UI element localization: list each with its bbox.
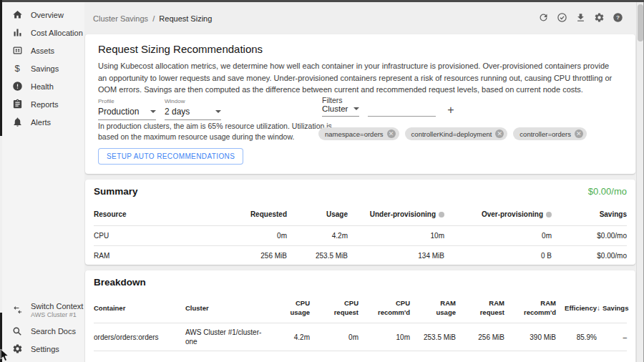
- col-cpu-recommd[interactable]: CPU recomm'd: [358, 294, 410, 323]
- sidebar-item-assets[interactable]: Assets: [2, 41, 84, 59]
- chevron-down-icon: [353, 107, 359, 110]
- cell-efficiency: 85.9%: [556, 323, 597, 351]
- check-circle-icon[interactable]: [557, 12, 567, 23]
- breakdown-title: Breakdown: [94, 277, 146, 288]
- cell-savings: $0.00/mo: [552, 246, 627, 266]
- filter-chip[interactable]: controller=orders ✕: [513, 127, 587, 140]
- filter-type-select[interactable]: Cluster: [322, 104, 359, 117]
- profile-value: Production: [98, 107, 139, 117]
- bar-chart-icon: [11, 27, 23, 39]
- cell-savings: $0.00/mo: [552, 226, 627, 246]
- profile-label: Profile: [98, 98, 156, 104]
- download-icon[interactable]: [575, 12, 586, 23]
- switch-arrows-icon: [11, 304, 23, 315]
- sidebar-item-savings[interactable]: $ Savings: [2, 59, 84, 77]
- sidebar-item-label: Cost Allocation: [31, 29, 83, 37]
- cell-resource: RAM: [94, 246, 194, 266]
- window-select[interactable]: 2 days: [165, 107, 221, 120]
- col-container[interactable]: Container: [94, 294, 185, 323]
- mouse-cursor: [0, 348, 10, 362]
- col-cluster[interactable]: Cluster: [185, 294, 265, 323]
- window-select-field: Window 2 days: [165, 98, 221, 120]
- info-icon[interactable]: [546, 212, 552, 217]
- filter-value-input[interactable]: [368, 104, 436, 117]
- dollar-icon: $: [11, 63, 23, 74]
- cell-requested: 0m: [194, 226, 287, 246]
- switch-context-labels: Switch Context AWS Cluster #1: [31, 302, 83, 318]
- summary-row-ram: RAM 256 MiB 253.5 MiB 134 MiB 0 B $0.00/…: [94, 246, 627, 266]
- profile-select-field: Profile Production: [98, 98, 156, 120]
- window-left-edge: [0, 0, 2, 136]
- info-icon[interactable]: [439, 212, 444, 217]
- filter-type-value: Cluster: [322, 104, 348, 113]
- col-savings: Savings: [552, 204, 627, 226]
- col-efficiency[interactable]: Efficiency: [556, 294, 597, 323]
- breadcrumb-parent[interactable]: Cluster Savings: [93, 14, 148, 23]
- filter-chip-label: controller=orders: [519, 130, 571, 138]
- refresh-icon[interactable]: [538, 12, 549, 23]
- add-filter-icon[interactable]: +: [445, 104, 457, 116]
- breakdown-header-row: Container Cluster CPU usage CPU request …: [94, 294, 627, 323]
- summary-header: Summary $0.00/mo: [94, 186, 627, 197]
- col-savings-sort[interactable]: ↓Savings: [597, 294, 627, 323]
- close-icon[interactable]: ✕: [575, 129, 583, 138]
- cell-under: 134 MiB: [348, 246, 444, 266]
- setup-auto-recommendations-button[interactable]: SETUP AUTO RECOMMENDATIONS: [98, 148, 243, 165]
- breadcrumb-separator: /: [150, 14, 157, 23]
- sidebar-item-overview[interactable]: Overview: [2, 6, 84, 24]
- help-icon[interactable]: ?: [613, 12, 623, 23]
- sidebar-item-label: Reports: [31, 100, 59, 109]
- cell-over: 0m: [444, 226, 552, 246]
- home-icon: [11, 9, 23, 21]
- col-usage: Usage: [287, 204, 348, 226]
- total-savings-value: $0.00/mo: [588, 186, 627, 197]
- cell-container: orders/orders:orders: [94, 323, 185, 351]
- window-value: 2 days: [165, 107, 190, 117]
- scrollbar-thumb[interactable]: [638, 4, 643, 41]
- cell-cpu-usage: 4.2m: [265, 323, 310, 351]
- vertical-scrollbar[interactable]: [636, 2, 644, 362]
- filter-chips: namespace=orders ✕ controllerKind=deploy…: [318, 127, 587, 140]
- window-label: Window: [165, 98, 221, 104]
- summary-table: Resource Requested Usage Under-provision…: [94, 204, 627, 266]
- cell-ram-recommd: 390 MiB: [504, 323, 556, 351]
- cell-over: 0 B: [444, 246, 552, 266]
- sidebar-item-reports[interactable]: Reports: [2, 95, 84, 113]
- filter-chip-label: controllerKind=deployment: [411, 130, 492, 138]
- close-icon[interactable]: ✕: [495, 129, 504, 138]
- filter-field-select: Cluster: [322, 104, 359, 117]
- filter-chip[interactable]: controllerKind=deployment ✕: [405, 127, 508, 140]
- filter-chip[interactable]: namespace=orders ✕: [318, 127, 399, 140]
- toolbar-icons: ?: [538, 12, 623, 23]
- profile-select[interactable]: Production: [98, 107, 156, 120]
- col-ram-usage[interactable]: RAM usage: [410, 294, 456, 323]
- summary-header-row: Resource Requested Usage Under-provision…: [94, 204, 627, 226]
- cell-cluster: AWS Cluster #1/cluster-one: [185, 323, 265, 351]
- close-icon[interactable]: ✕: [387, 129, 396, 138]
- gear-icon: [11, 343, 23, 355]
- gear-icon[interactable]: [594, 12, 605, 23]
- arrow-down-icon: ↓: [597, 304, 600, 312]
- bell-icon: [11, 117, 23, 128]
- sidebar-item-cost-allocation[interactable]: Cost Allocation: [2, 24, 84, 41]
- sidebar-item-health[interactable]: Health: [2, 77, 84, 95]
- cell-under: 10m: [348, 226, 444, 246]
- col-cpu-request[interactable]: CPU request: [310, 294, 358, 323]
- sidebar-item-alerts[interactable]: Alerts: [2, 113, 84, 131]
- switch-context-button[interactable]: Switch Context AWS Cluster #1: [2, 298, 84, 322]
- breakdown-row[interactable]: orders/orders:orders AWS Cluster #1/clus…: [94, 323, 627, 351]
- col-resource: Resource: [94, 204, 194, 226]
- cell-resource: CPU: [94, 226, 194, 246]
- col-cpu-usage[interactable]: CPU usage: [265, 294, 310, 323]
- col-ram-recommd[interactable]: RAM recomm'd: [504, 294, 556, 323]
- summary-title: Summary: [94, 186, 138, 197]
- breakdown-card: Breakdown Container Cluster CPU usage CP…: [85, 270, 635, 362]
- profile-helper-text: In production clusters, the aim is 65% r…: [98, 121, 350, 142]
- cell-requested: 256 MiB: [194, 246, 287, 266]
- cell-ram-usage: 253.5 MiB: [410, 323, 456, 351]
- sidebar-footer: Switch Context AWS Cluster #1 Search Doc…: [2, 298, 84, 358]
- settings-button[interactable]: Settings: [2, 340, 84, 358]
- col-ram-request[interactable]: RAM request: [456, 294, 504, 323]
- search-docs-button[interactable]: Search Docs: [2, 322, 84, 340]
- cell-cpu-recommd: 10m: [358, 323, 410, 351]
